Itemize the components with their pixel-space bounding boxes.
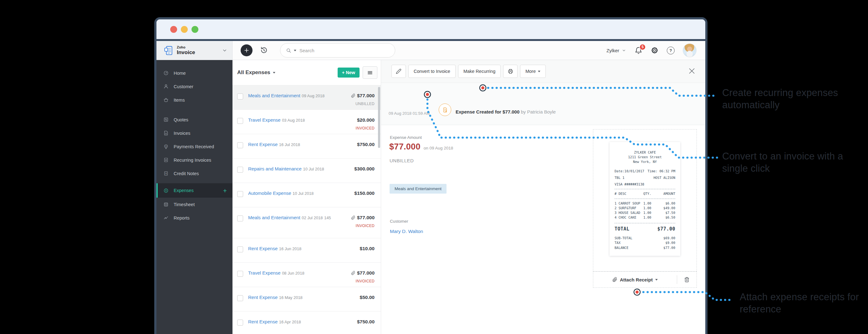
quick-create-button[interactable] (241, 44, 252, 56)
expense-row[interactable]: Meals and Entertainment 09 Aug 2018 $77.… (232, 86, 381, 110)
expense-row[interactable]: Travel Expense 03 Aug 2018 $20.000 INVOI… (232, 110, 381, 134)
sidebar-item-reports[interactable]: Reports (156, 211, 232, 225)
list-scrollbar[interactable] (378, 87, 380, 148)
delete-receipt-button[interactable] (677, 277, 696, 282)
row-checkbox[interactable] (237, 191, 243, 197)
expense-link[interactable]: Meals and Entertainment (248, 93, 300, 98)
org-switcher[interactable]: Zylker (607, 48, 626, 53)
category-tag[interactable]: Meals and Entertainment (390, 184, 446, 194)
expense-date: 03 Aug 2018 (282, 118, 305, 123)
minimize-window-button[interactable] (181, 26, 188, 33)
row-checkbox[interactable] (237, 246, 243, 253)
receipt-columns: # DESC QTY. AMOUNT (615, 191, 675, 196)
row-checkbox[interactable] (237, 320, 243, 326)
expense-date: 16 Jul 2018 (279, 142, 300, 147)
row-checkbox[interactable] (237, 295, 243, 301)
row-checkbox[interactable] (237, 271, 243, 277)
expense-link[interactable]: Travel Expense (248, 117, 281, 123)
expense-link[interactable]: Travel Expense (248, 270, 281, 275)
expense-row[interactable]: Rent Expense 16 May 2018 $50.00 (232, 287, 381, 311)
expense-link[interactable]: Rent Expense (248, 142, 278, 147)
search-scope-caret-icon[interactable] (294, 50, 296, 51)
edit-button[interactable] (392, 65, 406, 78)
sidebar-item-items[interactable]: Items (156, 93, 232, 107)
question-mark-icon: ? (670, 48, 672, 53)
caret-down-icon (655, 279, 658, 280)
expense-date: 08 Jun 2018 (282, 271, 305, 275)
expense-link[interactable]: Rent Expense (248, 246, 278, 251)
status-badge: INVOICED (356, 126, 375, 130)
receipt-line-item: 1 CARROT SOUP1.00$6.00 (615, 201, 675, 206)
notifications-button[interactable]: 5 (634, 46, 642, 55)
expense-reference: 145 (324, 215, 331, 220)
row-checkbox[interactable] (237, 215, 243, 222)
row-checkbox[interactable] (237, 167, 243, 173)
receipt-address-line2: New York, NY (615, 160, 675, 164)
expense-amount: $750.00 (357, 142, 375, 147)
convert-to-invoice-label: Convert to Invoice (414, 69, 450, 74)
recent-activity-button[interactable] (259, 46, 268, 55)
expense-amount: $150.000 (354, 191, 375, 196)
credit-note-icon: $ (163, 171, 169, 176)
customer-link[interactable]: Mary D. Walton (390, 229, 423, 234)
sidebar-item-label: Recurring Invoices (174, 158, 211, 163)
expense-row[interactable]: Automobile Expense 10 Jul 2018 $150.000 (232, 183, 381, 207)
attach-receipt-button[interactable]: Attach Receipt (593, 277, 677, 282)
invoice-icon (163, 130, 169, 136)
close-detail-button[interactable] (688, 67, 696, 75)
close-window-button[interactable] (170, 26, 177, 33)
row-checkbox[interactable] (237, 118, 243, 124)
expense-row[interactable]: Rent Expense 16 Jun 2018 $10.00 (232, 238, 381, 263)
sidebar-item-recurring-invoices[interactable]: Recurring Invoices (156, 153, 232, 167)
notification-badge: 5 (639, 44, 646, 51)
expense-row[interactable]: Rent Expense 16 Apr 2018 $750.00 (232, 311, 381, 334)
header-actions (232, 41, 395, 60)
expense-link[interactable]: Rent Expense (248, 319, 278, 324)
logo-zoho-label: Zoho (177, 46, 195, 49)
zoho-invoice-logo-icon (163, 45, 174, 56)
expense-row[interactable]: Repairs and Maintenance 10 Jul 2018 $300… (232, 159, 381, 183)
expense-row[interactable]: Meals and Entertainment 02 Jul 2018 145 … (232, 207, 381, 238)
add-expense-icon[interactable]: + (223, 187, 227, 194)
sidebar-item-payments-received[interactable]: $ Payments Received (156, 140, 232, 153)
sidebar-item-invoices[interactable]: Invoices (156, 126, 232, 140)
app-window: Zoho Invoice (154, 17, 708, 334)
chevron-down-icon (273, 72, 275, 73)
row-checkbox[interactable] (237, 94, 243, 99)
timeline-strip: 09 Aug 2018 01:59 AM Expense Created for… (381, 83, 705, 125)
row-checkbox[interactable] (237, 142, 243, 148)
expense-link[interactable]: Meals and Entertainment (248, 215, 300, 220)
expense-row[interactable]: Travel Expense 08 Jun 2018 $77.000 INVOI… (232, 263, 381, 287)
new-expense-button[interactable]: + New (338, 68, 360, 77)
expense-link[interactable]: Automobile Expense (248, 191, 291, 196)
help-button[interactable]: ? (667, 46, 675, 55)
convert-to-invoice-button[interactable]: Convert to Invoice (408, 65, 456, 78)
user-avatar[interactable] (683, 43, 696, 57)
receipt-dropzone: ZYLKER CAFE 1211 Green Street New York, … (593, 129, 697, 271)
list-view-options-button[interactable] (363, 66, 377, 79)
sidebar-item-label: Expenses (174, 188, 194, 193)
expense-link[interactable]: Rent Expense (248, 295, 278, 300)
sidebar-item-credit-notes[interactable]: $ Credit Notes (156, 167, 232, 180)
sidebar-item-customer[interactable]: Customer (156, 80, 232, 93)
make-recurring-button[interactable]: Make Recurring (458, 65, 501, 78)
sidebar-item-timesheet[interactable]: Timesheet (156, 198, 232, 211)
receipt-col-qty: QTY. (643, 191, 655, 196)
more-button[interactable]: More (520, 65, 546, 78)
receipt-col-amount: AMOUNT (655, 191, 675, 196)
zoom-window-button[interactable] (191, 26, 198, 33)
org-logo-block[interactable]: Zoho Invoice (156, 41, 232, 60)
expense-link[interactable]: Repairs and Maintenance (248, 166, 302, 171)
sidebar-item-quotes[interactable]: Quotes (156, 113, 232, 126)
expense-row[interactable]: Rent Expense 16 Jul 2018 $750.00 (232, 134, 381, 159)
settings-button[interactable] (651, 46, 659, 55)
receipt-store-name: ZYLKER CAFE (615, 150, 675, 155)
chevron-down-icon[interactable] (221, 47, 228, 54)
expense-amount: $750.00 (357, 319, 375, 325)
sidebar-item-label: Quotes (174, 117, 188, 122)
sidebar-item-expenses[interactable]: $ Expenses + (156, 183, 232, 198)
list-filter-dropdown[interactable]: All Expenses (237, 69, 275, 76)
search-input[interactable] (299, 47, 389, 54)
sidebar-item-home[interactable]: Home (156, 66, 232, 80)
print-button[interactable] (503, 65, 518, 78)
